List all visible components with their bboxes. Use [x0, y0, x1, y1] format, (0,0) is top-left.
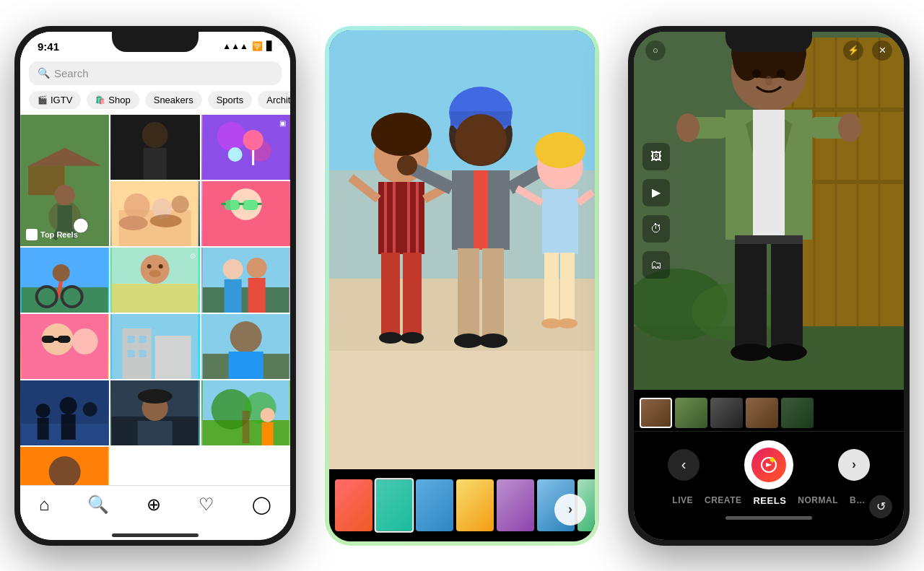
camera-circle-icon[interactable]: ○ — [645, 40, 666, 61]
camera-thumb-1[interactable] — [640, 398, 672, 428]
nav-profile[interactable]: ◯ — [252, 494, 271, 515]
svg-point-75 — [83, 402, 97, 417]
reel-thumb-2[interactable] — [375, 478, 414, 533]
svg-point-130 — [557, 318, 578, 328]
reel-thumb-1[interactable] — [335, 479, 372, 531]
search-bar[interactable]: 🔍 Search — [29, 61, 282, 85]
camera-status-right: ⚡ ✕ — [843, 40, 892, 61]
flip-camera-button[interactable]: ↺ — [869, 495, 892, 518]
record-button-inner — [751, 448, 786, 482]
grid-item-7[interactable]: ⊙ — [110, 248, 199, 313]
grid-item-2[interactable] — [110, 115, 199, 180]
svg-point-48 — [222, 259, 243, 279]
grid-item-9[interactable] — [20, 314, 109, 379]
nav-home[interactable]: ⌂ — [39, 494, 50, 515]
svg-point-57 — [72, 328, 98, 354]
camera-record-button[interactable] — [744, 440, 793, 489]
home-bar — [112, 533, 199, 537]
tag-shop[interactable]: Shop — [87, 91, 139, 109]
reels-screen: › — [329, 30, 595, 541]
svg-rect-87 — [261, 422, 273, 445]
camera-thumb-2[interactable] — [675, 398, 707, 428]
svg-point-18 — [227, 147, 242, 162]
nav-heart[interactable]: ♡ — [199, 494, 214, 515]
search-icon: 🔍 — [38, 67, 50, 79]
svg-point-67 — [230, 321, 261, 353]
svg-rect-125 — [544, 253, 559, 325]
svg-point-123 — [535, 132, 585, 168]
mode-reels[interactable]: REELS — [753, 495, 786, 506]
close-icon[interactable]: ✕ — [872, 40, 892, 61]
svg-rect-62 — [139, 336, 147, 343]
svg-point-25 — [150, 214, 182, 227]
grid-item-13[interactable] — [110, 380, 199, 445]
signal-icon: ▲▲▲ — [222, 41, 248, 51]
svg-rect-119 — [482, 248, 504, 342]
phone-reels: › — [325, 26, 599, 546]
reel-thumb-5[interactable] — [497, 479, 534, 531]
grid-item-11[interactable] — [201, 314, 290, 379]
reel-thumb-4[interactable] — [456, 479, 494, 531]
nav-add[interactable]: ⊕ — [147, 494, 161, 515]
camera-back-button[interactable]: ‹ — [668, 449, 699, 481]
reel-thumb-3[interactable] — [416, 479, 453, 531]
svg-rect-33 — [257, 203, 261, 205]
mode-live[interactable]: LIVE — [672, 495, 693, 506]
svg-point-160 — [731, 344, 771, 361]
grid-item-12[interactable] — [20, 380, 109, 445]
grid-item-3[interactable]: ▣ — [201, 115, 290, 180]
grid-item-1[interactable]: ▶ Top Reels — [20, 115, 109, 246]
flash-icon[interactable]: ⚡ — [843, 40, 863, 61]
mode-boomerang[interactable]: B… — [850, 495, 866, 506]
svg-point-121 — [479, 334, 507, 348]
reel-next-button[interactable]: › — [554, 494, 586, 526]
camera-tool-gallery[interactable]: 🖼 — [642, 143, 670, 170]
tag-igtv[interactable]: IGTV — [29, 91, 81, 109]
svg-point-147 — [752, 69, 761, 78]
tag-sneakers[interactable]: Sneakers — [145, 91, 202, 109]
svg-rect-56 — [53, 338, 59, 341]
camera-thumb-5[interactable] — [781, 398, 814, 428]
grid-item-4[interactable] — [110, 181, 199, 246]
tag-architecture[interactable]: Architec… — [258, 91, 290, 109]
status-icons: ▲▲▲ 🛜 ▊ — [222, 41, 273, 51]
svg-rect-59 — [123, 328, 152, 379]
video-indicator-2: ⊙ — [190, 252, 196, 260]
camera-next-button[interactable]: › — [838, 449, 870, 481]
camera-thumb-4[interactable] — [746, 398, 778, 428]
mode-normal[interactable]: NORMAL — [798, 495, 838, 506]
svg-point-36 — [53, 264, 70, 282]
camera-status-left: ○ — [645, 40, 666, 61]
svg-rect-32 — [221, 203, 225, 205]
svg-point-50 — [246, 258, 266, 278]
nav-search[interactable]: 🔍 — [87, 494, 109, 515]
grid-item-6[interactable] — [20, 248, 109, 313]
svg-point-161 — [767, 344, 807, 361]
tag-sports[interactable]: Sports — [208, 91, 253, 109]
mode-create[interactable]: CREATE — [705, 495, 741, 506]
notch-3 — [725, 32, 812, 52]
svg-point-116 — [397, 155, 417, 175]
camera-mode-row: LIVE CREATE REELS NORMAL B… ↺ — [634, 495, 904, 512]
camera-thumb-3[interactable] — [710, 398, 743, 428]
svg-rect-113 — [488, 170, 510, 250]
grid-item-15[interactable] — [20, 447, 109, 485]
svg-rect-85 — [242, 411, 249, 443]
camera-screen: ○ ⚡ ✕ 🖼 ▶ ⏱ 🗂 — [634, 32, 904, 540]
grid-item-8[interactable] — [201, 248, 290, 313]
svg-rect-162 — [735, 235, 803, 244]
grid-item-10[interactable] — [110, 314, 199, 379]
svg-point-149 — [765, 76, 772, 86]
svg-rect-74 — [61, 414, 76, 440]
svg-rect-103 — [381, 253, 400, 339]
camera-tool-layers[interactable]: 🗂 — [642, 251, 670, 279]
svg-rect-54 — [42, 336, 55, 343]
notch — [112, 32, 199, 52]
svg-rect-63 — [128, 350, 135, 357]
camera-tool-play[interactable]: ▶ — [642, 179, 670, 206]
grid-item-5[interactable] — [201, 181, 290, 246]
grid-item-14[interactable] — [201, 380, 290, 445]
camera-tool-timer[interactable]: ⏱ — [642, 215, 670, 243]
reel-content — [329, 30, 595, 469]
svg-point-45 — [159, 264, 163, 269]
